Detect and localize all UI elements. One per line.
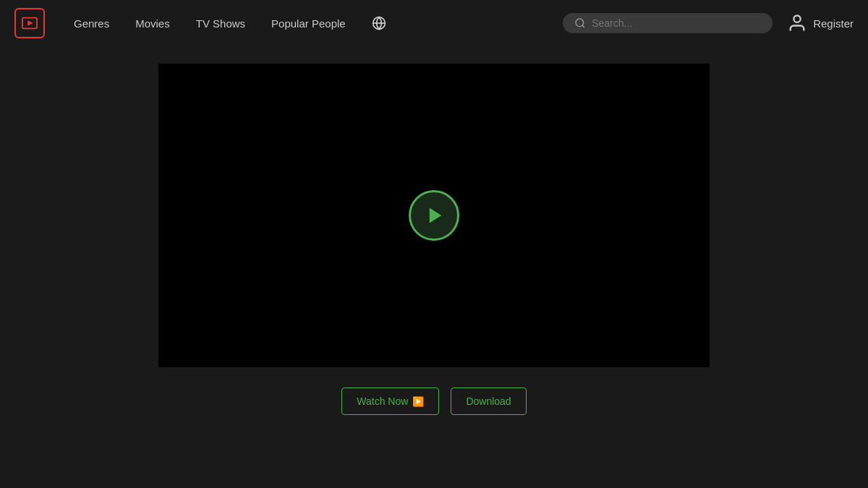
svg-marker-7 [430,208,441,223]
main-content: Watch Now ▶️ Download [0,46,868,415]
nav-links: Genres Movies TV Shows Popular People [74,16,563,30]
nav-item-tv-shows[interactable]: TV Shows [196,17,245,30]
action-buttons: Watch Now ▶️ Download [341,388,526,415]
register-label: Register [813,17,854,30]
search-icon [574,17,586,29]
nav-item-movies[interactable]: Movies [135,17,170,30]
watch-now-icon: ▶️ [412,396,424,407]
logo-icon [14,8,45,38]
svg-point-4 [576,19,584,27]
video-player [158,64,710,367]
svg-marker-1 [27,20,33,25]
svg-line-5 [582,25,584,27]
register-area[interactable]: Register [787,13,854,33]
watch-now-label: Watch Now [357,395,408,407]
search-bar[interactable] [563,13,773,33]
watch-now-button[interactable]: Watch Now ▶️ [341,388,439,415]
nav-item-genres[interactable]: Genres [74,17,109,30]
download-button[interactable]: Download [451,388,526,415]
svg-point-6 [793,16,800,22]
user-icon [787,13,807,33]
navbar: Genres Movies TV Shows Popular People Re… [0,0,868,46]
download-label: Download [466,395,511,407]
search-input[interactable] [592,17,761,29]
nav-item-popular-people[interactable]: Popular People [271,17,346,30]
logo[interactable] [14,8,45,38]
globe-icon[interactable] [372,16,386,30]
play-icon [425,205,446,226]
play-button[interactable] [409,190,459,241]
